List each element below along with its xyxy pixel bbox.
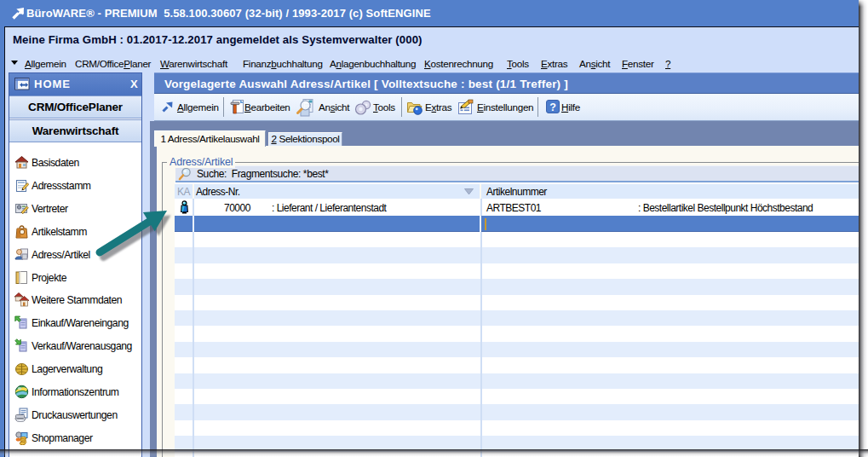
svg-text:?: ? <box>549 101 556 113</box>
